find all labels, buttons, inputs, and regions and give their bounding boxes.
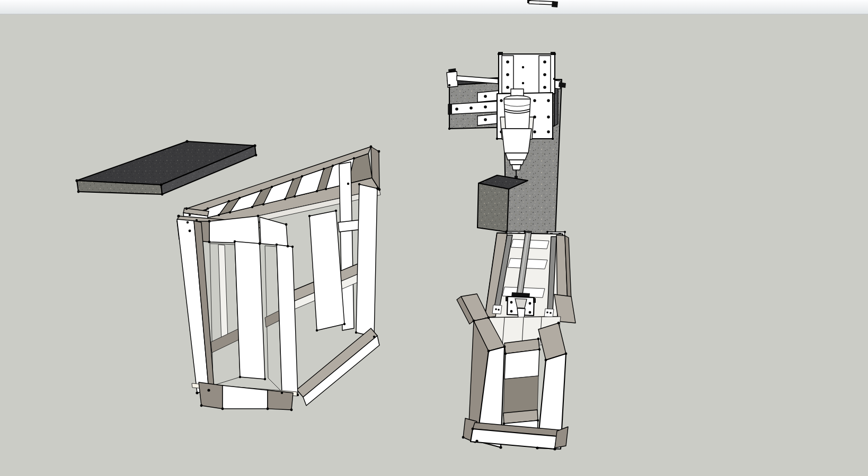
machine-base-frame <box>457 294 575 451</box>
viewport-canvas[interactable] <box>0 0 868 476</box>
canvas-background <box>0 0 868 476</box>
top-toolbar-strip <box>0 0 868 14</box>
z-axis-plate <box>498 52 555 94</box>
